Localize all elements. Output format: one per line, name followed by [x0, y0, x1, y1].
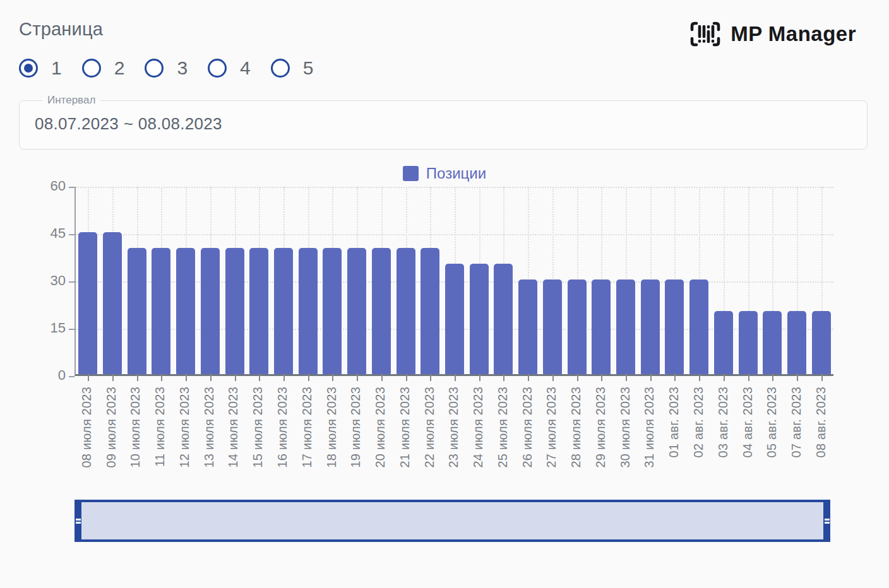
x-label-cell: 23 июля 2023 — [441, 376, 466, 488]
x-axis-label: 05 авг. 2023 — [765, 387, 779, 457]
bar-30 июля 2023[interactable] — [616, 279, 635, 374]
chart-legend-item[interactable]: Позиции — [0, 165, 889, 182]
x-axis-label: 09 июля 2023 — [104, 387, 119, 467]
x-axis-tick — [699, 374, 700, 381]
bar-09 июля 2023[interactable] — [103, 232, 122, 374]
bar-14 июля 2023[interactable] — [225, 248, 244, 374]
x-axis-label: 15 июля 2023 — [251, 387, 265, 467]
page-radio-3[interactable]: 3 — [145, 57, 188, 79]
bar-23 июля 2023[interactable] — [445, 264, 464, 374]
radio-label: 2 — [114, 57, 125, 79]
x-axis-label: 28 июля 2023 — [569, 387, 583, 467]
x-axis-tick — [601, 374, 602, 381]
bar-08 июля 2023[interactable] — [78, 232, 97, 374]
x-axis-tick — [455, 374, 456, 381]
bar-26 июля 2023[interactable] — [518, 279, 537, 374]
x-label-cell: 29 июля 2023 — [588, 376, 613, 488]
x-label-cell: 07 авг. 2023 — [784, 376, 809, 488]
x-axis-label: 31 июля 2023 — [642, 387, 657, 467]
bar-08 авг. 2023[interactable] — [812, 311, 831, 374]
radio-label: 4 — [240, 57, 251, 79]
bar-04 авг. 2023[interactable] — [739, 311, 758, 374]
x-axis-label: 22 июля 2023 — [422, 387, 437, 467]
x-label-cell: 09 июля 2023 — [99, 376, 124, 488]
x-axis-label: 14 июля 2023 — [226, 387, 241, 467]
x-axis-tick — [821, 374, 823, 381]
bar-22 июля 2023[interactable] — [421, 248, 439, 374]
page-radio-2[interactable]: 2 — [82, 57, 125, 79]
x-axis-label: 04 авг. 2023 — [741, 387, 755, 457]
x-axis-tick — [479, 374, 480, 381]
bar-slot — [687, 187, 712, 374]
x-label-cell: 20 июля 2023 — [368, 376, 393, 488]
radio-button-icon — [145, 59, 164, 78]
bar-slot — [222, 187, 247, 374]
bar-slot — [295, 187, 320, 374]
chart-range-scrollbar[interactable] — [75, 500, 830, 542]
range-handle-right[interactable] — [823, 500, 830, 542]
bar-21 июля 2023[interactable] — [397, 248, 415, 374]
x-label-cell: 04 авг. 2023 — [736, 376, 760, 488]
bar-29 июля 2023[interactable] — [592, 279, 611, 374]
bar-12 июля 2023[interactable] — [176, 248, 195, 374]
x-axis-label: 01 авг. 2023 — [667, 387, 681, 457]
bar-28 июля 2023[interactable] — [568, 279, 587, 374]
y-axis-label: 15 — [34, 320, 66, 336]
x-axis-tick — [308, 374, 309, 381]
bar-17 июля 2023[interactable] — [299, 248, 318, 374]
x-axis-tick — [528, 374, 529, 381]
y-axis-tick — [69, 281, 75, 283]
bar-slot — [785, 187, 809, 374]
bar-10 июля 2023[interactable] — [128, 248, 146, 374]
bar-31 июля 2023[interactable] — [641, 279, 660, 374]
bar-18 июля 2023[interactable] — [323, 248, 342, 374]
bar-chart-plot: 015304560 — [75, 187, 833, 376]
x-label-cell: 17 июля 2023 — [295, 376, 319, 488]
y-axis-tick — [69, 234, 75, 235]
y-axis-label: 30 — [34, 273, 66, 289]
bar-05 авг. 2023[interactable] — [763, 311, 782, 374]
x-label-cell: 10 июля 2023 — [124, 376, 148, 488]
bar-slot — [467, 187, 491, 374]
x-axis-tick — [259, 374, 260, 381]
bar-slot — [124, 187, 149, 374]
x-axis-tick — [430, 374, 431, 381]
bar-24 июля 2023[interactable] — [470, 264, 489, 374]
radio-button-icon — [82, 59, 101, 78]
legend-swatch-icon — [403, 166, 419, 181]
bar-02 авг. 2023[interactable] — [689, 279, 708, 374]
bar-15 июля 2023[interactable] — [249, 248, 268, 374]
bar-03 авг. 2023[interactable] — [714, 311, 733, 374]
bar-01 авг. 2023[interactable] — [665, 279, 684, 374]
x-label-cell: 22 июля 2023 — [417, 376, 442, 488]
bar-slot — [516, 187, 540, 374]
x-axis-label: 27 июля 2023 — [544, 387, 559, 467]
bar-slot — [320, 187, 345, 374]
bar-13 июля 2023[interactable] — [201, 248, 220, 374]
x-label-cell: 05 авг. 2023 — [760, 376, 784, 488]
x-label-cell: 31 июля 2023 — [638, 376, 662, 488]
interval-field[interactable]: Интервал 08.07.2023 ~ 08.08.2023 — [19, 94, 868, 150]
x-label-cell: 01 авг. 2023 — [662, 376, 686, 488]
x-axis-label: 19 июля 2023 — [349, 387, 363, 467]
radio-label: 3 — [177, 57, 188, 79]
bar-25 июля 2023[interactable] — [494, 264, 513, 374]
bar-07 авг. 2023[interactable] — [787, 311, 806, 374]
page-radio-1[interactable]: 1 — [19, 57, 62, 79]
x-axis-tick — [161, 374, 162, 381]
x-axis-label: 07 авг. 2023 — [789, 387, 804, 457]
page-radio-4[interactable]: 4 — [208, 57, 251, 79]
bar-11 июля 2023[interactable] — [152, 248, 170, 374]
bar-27 июля 2023[interactable] — [543, 279, 562, 374]
x-axis-tick — [381, 374, 383, 381]
radio-label: 1 — [51, 57, 62, 79]
bar-20 июля 2023[interactable] — [372, 248, 391, 374]
bar-slot — [443, 187, 467, 374]
x-axis-tick — [724, 374, 725, 381]
page-radio-5[interactable]: 5 — [271, 57, 314, 79]
bar-16 июля 2023[interactable] — [274, 248, 293, 374]
bar-19 июля 2023[interactable] — [347, 248, 366, 374]
x-axis-tick — [626, 374, 627, 381]
range-handle-left[interactable] — [75, 500, 81, 542]
bar-slot — [711, 187, 736, 374]
